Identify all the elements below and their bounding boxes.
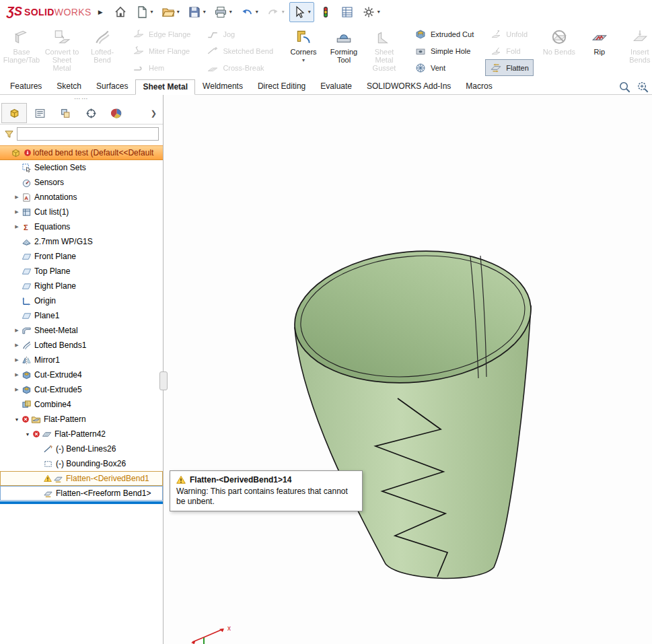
ribbon-button-base-flange-tab[interactable]: Base Flange/Tab bbox=[1, 24, 42, 78]
panel-splitter-handle[interactable] bbox=[159, 371, 168, 390]
ribbon-button-extruded-cut[interactable]: Extruded Cut bbox=[410, 26, 478, 43]
options-dropdown-caret-icon[interactable]: ▾ bbox=[377, 9, 380, 15]
save-dropdown-caret-icon[interactable]: ▾ bbox=[203, 9, 206, 15]
tree-item-mirror1[interactable]: ▶Mirror1 bbox=[0, 353, 163, 367]
ribbon-button-no-bends[interactable]: No Bends bbox=[539, 24, 579, 78]
tree-item-sheet-metal[interactable]: ▶Sheet-Metal bbox=[0, 323, 163, 338]
ribbon-button-unfold[interactable]: Unfold bbox=[485, 26, 534, 43]
panel-grab-handle[interactable] bbox=[0, 95, 163, 102]
tab-surfaces[interactable]: Surfaces bbox=[89, 79, 135, 94]
tree-item-combine4[interactable]: Combine4 bbox=[0, 397, 163, 412]
open-button[interactable]: ▾ bbox=[158, 2, 183, 22]
expand-arrow-icon[interactable]: ▶ bbox=[12, 224, 22, 229]
ribbon-button-sheet-metal-gusset[interactable]: Sheet Metal Gusset bbox=[364, 24, 404, 78]
options-button[interactable]: ▾ bbox=[359, 2, 384, 22]
undo-button[interactable]: ▾ bbox=[237, 2, 262, 22]
redo-button[interactable]: ▾ bbox=[263, 2, 288, 22]
select-button[interactable]: ▾ bbox=[289, 2, 314, 22]
ribbon-button-forming-tool[interactable]: Forming Tool bbox=[324, 24, 364, 78]
configurationmanager-tab[interactable] bbox=[52, 103, 78, 123]
tree-item-front-plane[interactable]: Front Plane bbox=[0, 249, 163, 264]
corners-dropdown-caret-icon[interactable]: ▾ bbox=[302, 57, 305, 63]
ribbon-button-miter-flange[interactable]: Miter Flange bbox=[128, 43, 195, 60]
tree-item-cut-extrude5[interactable]: ▶Cut-Extrude5 bbox=[0, 382, 163, 397]
ribbon-button-sketched-bend[interactable]: Sketched Bend bbox=[202, 43, 278, 60]
tree-item-lofted-bend-test-default-default[interactable]: lofted bend test (Default<<Default bbox=[0, 145, 163, 160]
tree-item-2-7mm-wp-g1s[interactable]: 2.7mm WP/G1S bbox=[0, 234, 163, 249]
featuremanager-tab[interactable] bbox=[1, 103, 27, 123]
redo-dropdown-caret-icon[interactable]: ▾ bbox=[282, 9, 285, 15]
feature-statistics-button[interactable] bbox=[337, 2, 357, 22]
ribbon-button-flatten[interactable]: Flatten bbox=[485, 59, 534, 76]
tab-macros[interactable]: Macros bbox=[458, 79, 499, 94]
tree-item-equations[interactable]: ▶ΣEquations bbox=[0, 219, 163, 234]
ribbon-button-rip[interactable]: Rip bbox=[579, 24, 620, 78]
tab-evaluate[interactable]: Evaluate bbox=[313, 79, 359, 94]
view-settings-button[interactable] bbox=[316, 2, 336, 22]
expand-arrow-icon[interactable]: ▶ bbox=[12, 357, 22, 363]
tree-item-flat-pattern42[interactable]: ▼Flat-Pattern42 bbox=[0, 427, 163, 441]
tree-item-selection-sets[interactable]: Selection Sets bbox=[0, 160, 163, 175]
tab-sketch[interactable]: Sketch bbox=[49, 79, 89, 94]
ribbon-button-cross-break[interactable]: Cross-Break bbox=[202, 59, 278, 76]
new-document-button[interactable]: ▾ bbox=[132, 2, 157, 22]
home-button[interactable] bbox=[110, 2, 131, 22]
expand-arrow-icon[interactable]: ▼ bbox=[12, 417, 22, 422]
new-document-dropdown-caret-icon[interactable]: ▾ bbox=[151, 9, 153, 15]
tree-item-origin[interactable]: Origin bbox=[0, 293, 163, 308]
tree-item-flatten-derivedbend1[interactable]: Flatten-<DerivedBend1 bbox=[0, 471, 163, 486]
tree-filter-input[interactable] bbox=[17, 127, 159, 141]
ribbon-button-lofted-bend[interactable]: Lofted-Bend bbox=[82, 24, 122, 78]
select-dropdown-caret-icon[interactable]: ▾ bbox=[308, 9, 311, 15]
model-viewport[interactable]: x bbox=[164, 95, 652, 644]
ribbon-button-edge-flange[interactable]: Edge Flange bbox=[128, 26, 195, 43]
open-dropdown-caret-icon[interactable]: ▾ bbox=[177, 9, 180, 15]
model-canvas[interactable]: x bbox=[164, 95, 652, 644]
expand-arrow-icon[interactable]: ▶ bbox=[12, 328, 22, 333]
rollback-bar[interactable] bbox=[0, 501, 163, 504]
print-button[interactable]: ▾ bbox=[211, 2, 236, 22]
tab-direct-editing[interactable]: Direct Editing bbox=[250, 79, 313, 94]
tree-item-top-plane[interactable]: Top Plane bbox=[0, 264, 163, 279]
dimxpertmanager-tab[interactable] bbox=[78, 103, 104, 123]
ribbon-button-insert-bends[interactable]: Insert Bends bbox=[620, 24, 652, 78]
tree-item-cut-extrude4[interactable]: ▶Cut-Extrude4 bbox=[0, 367, 163, 382]
ribbon-button-corners[interactable]: Corners▾ bbox=[283, 24, 324, 78]
menu-expand-arrow-icon[interactable]: ▶ bbox=[98, 9, 103, 15]
tree-item-right-plane[interactable]: Right Plane bbox=[0, 279, 163, 293]
tree-item-bend-lines26[interactable]: (-) Bend-Lines26 bbox=[0, 441, 163, 456]
tab-weldments[interactable]: Weldments bbox=[195, 79, 250, 94]
undo-dropdown-caret-icon[interactable]: ▾ bbox=[256, 9, 258, 15]
expand-arrow-icon[interactable]: ▶ bbox=[12, 209, 22, 215]
print-dropdown-caret-icon[interactable]: ▾ bbox=[229, 9, 232, 15]
tree-item-bounding-box26[interactable]: (-) Bounding-Box26 bbox=[0, 456, 163, 471]
save-button[interactable]: ▾ bbox=[184, 2, 209, 22]
tree-item-sensors[interactable]: Sensors bbox=[0, 175, 163, 190]
propertymanager-tab[interactable] bbox=[27, 103, 52, 123]
cup-model[interactable] bbox=[289, 241, 536, 578]
expand-arrow-icon[interactable]: ▼ bbox=[23, 432, 32, 437]
tree-item-lofted-bends1[interactable]: ▶Lofted Bends1 bbox=[0, 338, 163, 353]
expand-arrow-icon[interactable]: ▶ bbox=[12, 387, 22, 392]
tree-item-flat-pattern[interactable]: ▼Flat-Pattern bbox=[0, 412, 163, 427]
ribbon-button-jog[interactable]: Jog bbox=[202, 26, 278, 43]
panel-tabs-overflow-chevron[interactable]: ❯ bbox=[146, 109, 161, 118]
expand-arrow-icon[interactable]: ▶ bbox=[12, 372, 22, 378]
tree-item-cut-list-1[interactable]: ▶Cut list(1) bbox=[0, 205, 163, 219]
ribbon-button-hem[interactable]: Hem bbox=[128, 59, 195, 76]
tree-item-plane1[interactable]: Plane1 bbox=[0, 308, 163, 323]
ribbon-button-fold[interactable]: Fold bbox=[485, 43, 534, 60]
zoom-in-icon[interactable] bbox=[618, 81, 631, 94]
tree-item-flatten-freeform-bend1[interactable]: Flatten-<Freeform Bend1> bbox=[0, 486, 163, 501]
expand-arrow-icon[interactable]: ▶ bbox=[12, 194, 22, 200]
tab-features[interactable]: Features bbox=[3, 79, 49, 94]
tree-item-annotations[interactable]: ▶AAnnotations bbox=[0, 190, 163, 205]
ribbon-button-convert-to-sheet-metal[interactable]: Convert to Sheet Metal bbox=[42, 24, 82, 78]
tab-sheet-metal[interactable]: Sheet Metal bbox=[135, 79, 195, 95]
zoom-area-icon[interactable] bbox=[637, 81, 649, 94]
expand-arrow-icon[interactable]: ▶ bbox=[12, 343, 22, 348]
ribbon-button-simple-hole[interactable]: Simple Hole bbox=[410, 43, 478, 60]
ribbon-button-vent[interactable]: Vent bbox=[410, 59, 478, 76]
tab-solidworks-add-ins[interactable]: SOLIDWORKS Add-Ins bbox=[359, 79, 458, 94]
displaymanager-tab[interactable] bbox=[104, 103, 129, 123]
